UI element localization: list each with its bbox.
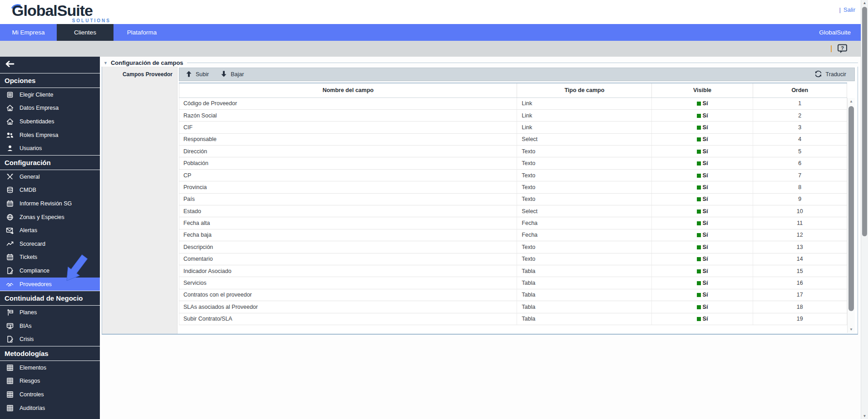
sidebar-item-label: Elementos — [20, 365, 46, 371]
cell-field-type: Texto — [517, 146, 652, 157]
panel-title: Configuración de campos — [111, 59, 183, 66]
green-square-icon — [697, 245, 701, 249]
sidebar-item-bias[interactable]: BIAs — [0, 319, 100, 333]
green-square-icon — [697, 197, 701, 201]
table-row[interactable]: ProvinciaTextoSí8 — [179, 181, 847, 193]
table-row[interactable]: Contratos con el proveedorTablaSí17 — [179, 289, 847, 301]
cell-field-type: Texto — [517, 241, 652, 253]
cell-visible: Sí — [652, 253, 753, 265]
table-row[interactable]: Razón SocialLinkSí2 — [179, 109, 847, 121]
green-square-icon — [697, 281, 701, 285]
sidebar-item-subentidades[interactable]: Subentidades — [0, 115, 100, 128]
sidebar-item-planes[interactable]: Planes — [0, 306, 100, 319]
page-scroll-down-icon[interactable]: ▼ — [861, 414, 868, 418]
table-row[interactable]: DirecciónTextoSí5 — [179, 146, 847, 157]
column-header-visible: Visible — [652, 83, 753, 97]
visible-value: Sí — [703, 292, 708, 298]
column-header-tipo-de-campo: Tipo de campo — [517, 83, 652, 97]
table-row[interactable]: PoblaciónTextoSí6 — [179, 157, 847, 169]
sidebar-item-usuarios[interactable]: Usuarios — [0, 141, 100, 155]
cell-order: 11 — [753, 217, 847, 229]
table-row[interactable]: CPTextoSí7 — [179, 169, 847, 181]
table-row[interactable]: ComentarioTextoSí14 — [179, 253, 847, 265]
sidebar-item-scorecard[interactable]: Scorecard — [0, 237, 100, 251]
table-row[interactable]: CIFLinkSí3 — [179, 122, 847, 133]
sidebar-item-auditorias[interactable]: Auditorías — [0, 401, 100, 415]
sidebar-item-roles-empresa[interactable]: Roles Empresa — [0, 128, 100, 142]
cell-order: 2 — [753, 109, 847, 121]
cell-field-name: Subir Contrato/SLA — [179, 313, 517, 325]
table-row[interactable]: Fecha altaFechaSí11 — [179, 217, 847, 229]
page-scrollbar-thumb[interactable] — [862, 7, 867, 236]
table-row[interactable]: Código de ProveedorLinkSí1 — [179, 97, 847, 109]
sidebar-item-elementos[interactable]: Elementos — [0, 361, 100, 375]
cell-field-type: Texto — [517, 169, 652, 181]
app-logo: GlobalSuite SOLUTIONS — [12, 2, 121, 24]
sidebar-item-controles[interactable]: Controles — [0, 388, 100, 401]
table-row[interactable]: ServiciosTablaSí16 — [179, 277, 847, 289]
sidebar-item-compliance[interactable]: Compliance — [0, 264, 100, 278]
table-scrollbar[interactable]: ▲ ▼ — [847, 98, 855, 333]
table-scrollbar-thumb[interactable] — [848, 106, 854, 311]
sidebar-item-tickets[interactable]: Tickets — [0, 251, 100, 264]
scroll-down-icon[interactable]: ▼ — [848, 327, 855, 331]
scroll-up-icon[interactable]: ▲ — [848, 99, 855, 103]
table-row[interactable]: ResponsableSelectSí4 — [179, 133, 847, 145]
sidebar-item-zonas-y-especies[interactable]: Zonas y Especies — [0, 210, 100, 224]
visible-value: Sí — [703, 148, 708, 155]
tab-plataforma[interactable]: Plataforma — [113, 24, 170, 41]
table-wrap: Nombre del campoTipo de campoVisibleOrde… — [179, 83, 855, 334]
tab-mi-empresa[interactable]: Mi Empresa — [0, 24, 57, 41]
chart-icon — [6, 240, 14, 248]
page-scroll-up-icon[interactable]: ▲ — [861, 1, 868, 5]
cell-field-type: Tabla — [517, 301, 652, 313]
column-header-orden: Orden — [753, 83, 847, 97]
table-row[interactable]: SLAs asociados al ProveedorTablaSí18 — [179, 301, 847, 313]
sidebar-collapse[interactable] — [0, 57, 100, 73]
sidebar-item-elegir-cliente[interactable]: Elegir Cliente — [0, 88, 100, 102]
strip-separator — [831, 45, 832, 52]
sidebar-item-riesgos[interactable]: Riesgos — [0, 375, 100, 388]
visible-value: Sí — [703, 136, 708, 142]
move-down-button[interactable]: Bajar — [221, 71, 244, 78]
sidebar-item-label: Proveedores — [20, 281, 52, 287]
grid-icon — [6, 377, 14, 385]
green-square-icon — [697, 102, 701, 106]
green-square-icon — [697, 185, 701, 190]
cell-visible: Sí — [652, 181, 753, 193]
table-row[interactable]: PaísTextoSí9 — [179, 193, 847, 205]
table-row[interactable]: Indicador AsociadoTablaSí15 — [179, 265, 847, 277]
tab-clientes[interactable]: Clientes — [57, 24, 113, 41]
svg-text:?: ? — [841, 45, 844, 50]
sidebar-item-proveedores[interactable]: Proveedores — [0, 278, 100, 291]
page-scrollbar[interactable]: ▲ ▼ — [861, 0, 868, 419]
visible-value: Sí — [703, 304, 708, 310]
table-row[interactable]: DescripciónTextoSí13 — [179, 241, 847, 253]
body-row: OpcionesElegir ClienteDatos EmpresaSuben… — [0, 57, 868, 419]
sidebar-item-alertas[interactable]: Alertas — [0, 224, 100, 237]
sidebar-item-crisis[interactable]: Crisis — [0, 333, 100, 346]
table-row[interactable]: Fecha bajaFechaSí12 — [179, 229, 847, 241]
cell-order: 6 — [753, 157, 847, 169]
nav-tabs: Mi EmpresaClientesPlataforma — [0, 24, 170, 41]
tools-icon — [6, 173, 14, 180]
help-icon[interactable]: ? — [837, 44, 848, 54]
translate-button[interactable]: Traducir — [814, 70, 846, 79]
cell-visible: Sí — [652, 157, 753, 169]
cell-visible: Sí — [652, 146, 753, 157]
sidebar-item-datos-empresa[interactable]: Datos Empresa — [0, 102, 100, 115]
field-label: Campos Proveedor — [102, 67, 178, 334]
move-up-button[interactable]: Subir — [186, 71, 209, 78]
table-row[interactable]: EstadoSelectSí10 — [179, 205, 847, 217]
sidebar-item-label: Riesgos — [20, 378, 40, 384]
cell-field-name: Provincia — [179, 181, 517, 193]
sidebar-item-cmdb[interactable]: CMDB — [0, 184, 100, 197]
sidebar-item-informe-revision-sg[interactable]: Informe Revisión SG — [0, 197, 100, 210]
visible-value: Sí — [703, 124, 708, 131]
cell-field-name: Estado — [179, 205, 517, 217]
table-row[interactable]: Subir Contrato/SLATablaSí19 — [179, 313, 847, 325]
visible-value: Sí — [703, 256, 708, 262]
sidebar-item-general[interactable]: General — [0, 170, 100, 184]
collapse-icon[interactable]: ▼ — [104, 61, 108, 65]
logout-link[interactable]: Salir — [843, 6, 855, 13]
